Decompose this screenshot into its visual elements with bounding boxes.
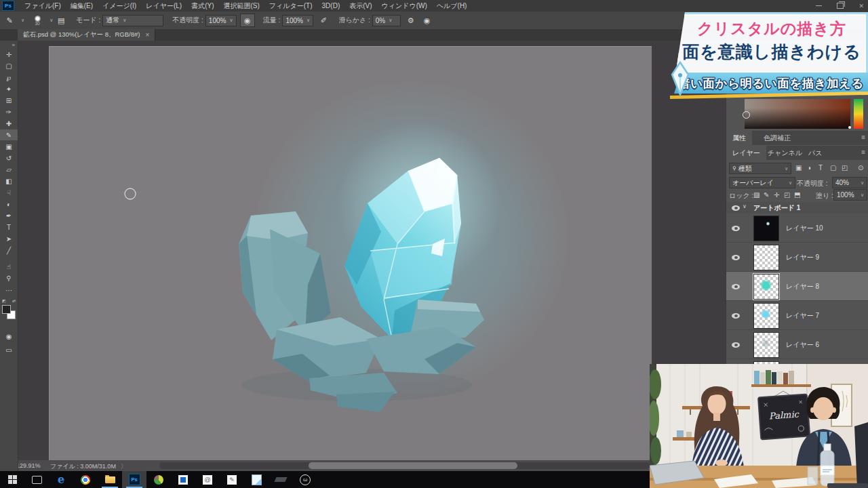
tab-adjustments[interactable]: 色調補正	[757, 131, 797, 145]
layer-blend-mode-select[interactable]: オーバーレイ ∨	[729, 177, 795, 188]
lasso-tool[interactable]: ℘	[0, 72, 18, 83]
edge-button[interactable]: e	[49, 471, 73, 488]
menu-window[interactable]: ウィンドウ(W)	[377, 1, 432, 11]
tool-preset-icon[interactable]: ✎	[3, 14, 16, 26]
visibility-eye-icon[interactable]	[732, 342, 740, 348]
layer-thumbnail[interactable]	[753, 303, 779, 329]
start-button[interactable]	[0, 471, 24, 488]
menu-help[interactable]: ヘルプ(H)	[432, 1, 472, 11]
flow-select[interactable]: 100% ∨	[282, 15, 313, 26]
layer-opacity-select[interactable]: 40% ∨	[832, 177, 867, 188]
visibility-eye-icon[interactable]	[732, 226, 740, 231]
menu-edit[interactable]: 編集(E)	[66, 1, 98, 11]
layer-row[interactable]: レイヤー 7	[726, 301, 868, 330]
lock-artboard-icon[interactable]: ◰	[784, 191, 790, 199]
filter-smartobject-icon[interactable]: ◰	[842, 164, 848, 171]
edit-toolbar-icon[interactable]: ···	[0, 285, 18, 296]
pressure-size-icon[interactable]: ◉	[420, 14, 434, 26]
path-selection-tool[interactable]: ➤	[0, 233, 18, 244]
clone-stamp-tool[interactable]: ▣	[0, 141, 18, 152]
spiral-app-button[interactable]: @	[195, 471, 220, 488]
restore-icon[interactable]	[837, 3, 844, 9]
canvas-area[interactable]	[18, 41, 726, 460]
menu-filter[interactable]: フィルター(T)	[264, 1, 317, 11]
minimize-icon[interactable]	[816, 5, 822, 6]
flat-device-button[interactable]	[269, 471, 293, 488]
zoom-level[interactable]: 129.91%	[16, 462, 41, 469]
screen-mode-icon[interactable]: ▭	[0, 344, 18, 355]
eraser-tool[interactable]: ▱	[0, 164, 18, 175]
file-explorer-button[interactable]	[98, 471, 122, 488]
layer-row-partial[interactable]	[726, 359, 868, 364]
menu-image[interactable]: イメージ(I)	[98, 1, 141, 11]
chrome-button[interactable]	[73, 471, 98, 488]
scrollbar-thumb[interactable]	[309, 462, 517, 469]
tab-properties[interactable]: 属性	[726, 131, 752, 145]
pressure-opacity-icon[interactable]: ◉	[240, 14, 255, 27]
status-options-icon[interactable]: 〉	[121, 462, 127, 471]
notes-app-button[interactable]	[244, 471, 269, 488]
brush-preset-picker[interactable]: 30	[28, 13, 46, 28]
lock-position-icon[interactable]: ✛	[774, 191, 779, 199]
quick-mask-icon[interactable]: ◉	[0, 331, 18, 342]
healing-brush-tool[interactable]: ✚	[0, 118, 18, 129]
layer-filter-select[interactable]: ⚲ 種類 ∨	[729, 163, 791, 174]
expand-caret-icon[interactable]: ∨	[743, 203, 747, 209]
menu-file[interactable]: ファイル(F)	[20, 1, 66, 11]
paint-app-button[interactable]: ✎	[220, 471, 244, 488]
hue-slider[interactable]	[854, 99, 863, 129]
brush-preset-caret-icon[interactable]: ∨	[50, 18, 53, 23]
marquee-tool[interactable]: ▢	[0, 60, 18, 71]
lock-pixels-icon[interactable]: ✎	[764, 191, 769, 199]
crop-tool[interactable]: ⊞	[0, 95, 18, 106]
layer-row-artboard[interactable]: ∨ アートボード 1	[726, 202, 868, 214]
layer-row[interactable]: レイヤー 10	[726, 214, 868, 243]
layer-thumbnail[interactable]	[753, 245, 779, 270]
filter-adjustment-icon[interactable]: ◑	[807, 164, 811, 171]
smoothing-select[interactable]: 0% ∨	[372, 15, 401, 26]
smoothing-gear-icon[interactable]: ⚙	[404, 14, 418, 26]
menu-3d[interactable]: 3D(D)	[317, 2, 345, 9]
lock-transparent-icon[interactable]: ▨	[753, 191, 760, 199]
color-picker-field[interactable]	[745, 99, 850, 129]
sphere-app-button[interactable]	[146, 471, 171, 488]
zoom-tool[interactable]: ⚲	[0, 272, 18, 283]
task-view-button[interactable]	[24, 471, 49, 488]
dodge-tool[interactable]: ◐	[0, 199, 18, 209]
filter-toggle-icon[interactable]: ⊙	[858, 164, 863, 171]
menu-layer[interactable]: レイヤー(L)	[141, 1, 186, 11]
quick-selection-tool[interactable]: ✦	[0, 83, 18, 94]
close-icon[interactable]: ✕	[859, 3, 864, 9]
visibility-eye-icon[interactable]	[732, 255, 740, 260]
swap-colors-icon[interactable]: ◩⇄	[2, 298, 16, 304]
type-tool[interactable]: T	[0, 222, 18, 232]
layer-thumbnail[interactable]	[753, 216, 779, 241]
tool-preset-caret-icon[interactable]: ∨	[21, 18, 24, 23]
opacity-select[interactable]: 100% ∨	[205, 15, 237, 26]
foreground-color-swatch[interactable]	[2, 305, 11, 314]
gradient-tool[interactable]: ◧	[0, 176, 18, 186]
tab-layers[interactable]: レイヤー	[726, 146, 766, 160]
brush-settings-panel-icon[interactable]: ▤	[54, 14, 68, 26]
history-brush-tool[interactable]: ↺	[0, 152, 18, 163]
panel-menu-icon[interactable]: ≡	[861, 148, 865, 156]
eyedropper-tool[interactable]: ✑	[0, 106, 18, 117]
tab-close-icon[interactable]: ×	[145, 31, 149, 39]
menu-type[interactable]: 書式(Y)	[186, 1, 218, 11]
filter-type-icon[interactable]: T	[818, 164, 823, 171]
tab-channels[interactable]: チャンネル	[762, 146, 808, 160]
visibility-eye-icon[interactable]	[732, 284, 740, 289]
layer-row[interactable]: レイヤー 6	[726, 330, 868, 359]
move-tool[interactable]: ✛	[0, 49, 18, 60]
layer-thumbnail[interactable]	[753, 332, 779, 358]
hand-tool[interactable]: ☝	[0, 261, 18, 272]
visibility-eye-icon[interactable]	[732, 205, 740, 211]
smudge-tool[interactable]: ☟	[0, 187, 18, 198]
document-tab[interactable]: 鉱石.psd @ 130%(レイヤー 8、RGB/8#) ×	[18, 29, 155, 41]
photoshop-taskbar-button[interactable]: Ps	[122, 471, 146, 488]
blend-mode-select[interactable]: 通常 ∨	[102, 15, 163, 26]
collapse-panel-icon[interactable]: »	[12, 42, 15, 48]
menu-view[interactable]: 表示(V)	[344, 1, 376, 11]
tab-paths[interactable]: パス	[802, 146, 828, 160]
layer-row-selected[interactable]: レイヤー 8	[726, 272, 868, 301]
